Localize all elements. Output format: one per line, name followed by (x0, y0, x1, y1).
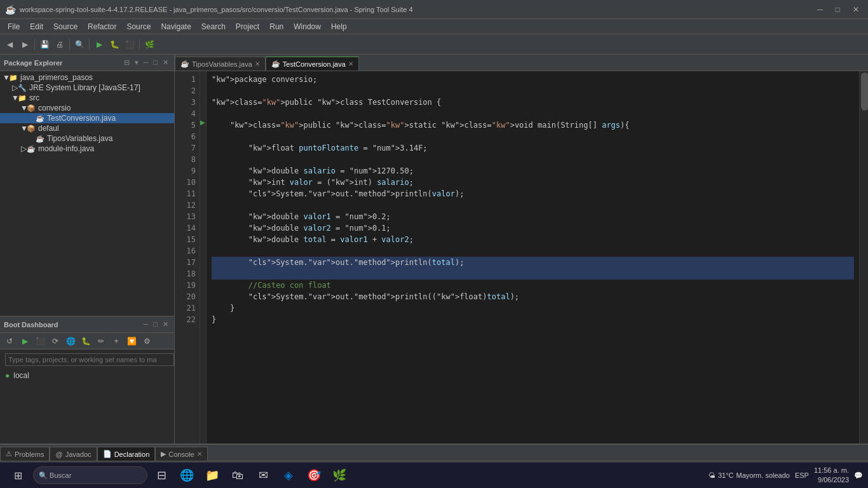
taskbar-task-view[interactable]: ⊟ (150, 464, 173, 487)
menu-item-project[interactable]: Project (231, 21, 264, 32)
boot-debug[interactable]: 🐛 (79, 334, 93, 348)
menu-item-help[interactable]: Help (326, 21, 352, 32)
menu-item-refactor[interactable]: Refactor (83, 21, 121, 32)
toolbar-sep-2 (69, 39, 70, 50)
pkg-close-btn[interactable]: ✕ (161, 58, 170, 67)
taskbar-vscode[interactable]: ◈ (277, 464, 300, 487)
tree-item-tiposvariables-java[interactable]: ☕TiposVariables.java (0, 133, 174, 144)
bottom-tab-problems[interactable]: ⚠Problems (0, 447, 50, 461)
code-marker-7 (200, 140, 206, 151)
tree-item-module-info-java[interactable]: ▷☕module-info.java (0, 144, 174, 154)
tree-item-jre-system-library--javase-17-[interactable]: ▷🔧JRE System Library [JavaSE-17] (0, 83, 174, 93)
toolbar-search[interactable]: 🔍 (72, 37, 86, 51)
boot-open[interactable]: 🌐 (64, 334, 78, 348)
code-content[interactable]: "kw">package conversio; "kw">class="kw">… (207, 71, 859, 444)
tree-item-label: src (29, 93, 39, 102)
boot-settings[interactable]: ⚙ (140, 334, 154, 348)
taskbar-explorer[interactable]: 📁 (201, 464, 224, 487)
bottom-tab-declaration[interactable]: 📄Declaration (97, 447, 156, 461)
boot-start[interactable]: ▶ (18, 334, 32, 348)
boot-search-container (0, 349, 174, 370)
boot-add[interactable]: + (109, 334, 123, 348)
menu-item-edit[interactable]: Edit (25, 21, 48, 32)
bottom-tab-console[interactable]: ▶Console✕ (155, 447, 207, 461)
toolbar-forward[interactable]: ▶ (18, 37, 32, 51)
menu-item-window[interactable]: Window (288, 21, 326, 32)
server-name: local (13, 371, 29, 380)
boot-stop[interactable]: ⬛ (33, 334, 47, 348)
code-line-9: "kw">double salario = "num">1270.50; (212, 165, 854, 177)
editor-tab-tiposvariables-java[interactable]: ☕TiposVariables.java✕ (175, 57, 266, 71)
tree-item-testconversion-java[interactable]: ☕TestConversion.java (0, 113, 174, 123)
tree-item-conversio[interactable]: ▼📦conversio (0, 103, 174, 113)
boot-close-btn[interactable]: ✕ (161, 320, 170, 329)
code-line-14: "kw">double valor2 = "num">0.1; (212, 222, 854, 234)
menu-item-run[interactable]: Run (264, 21, 288, 32)
package-explorer-header: Package Explorer ⊟ ▾ ─ □ ✕ (0, 55, 174, 71)
line-number-5: 5 (175, 119, 196, 131)
toolbar-stop[interactable]: ⬛ (123, 37, 137, 51)
bottom-tab-javadoc[interactable]: @Javadoc (50, 447, 97, 461)
boot-restart[interactable]: ⟳ (48, 334, 62, 348)
tree-item-label: java_primeros_pasos (20, 73, 93, 82)
pkg-min-btn[interactable]: ─ (142, 58, 151, 67)
lang-indicator[interactable]: ESP (795, 471, 809, 479)
tab-close-btn[interactable]: ✕ (348, 60, 353, 67)
taskbar-app6[interactable]: 🎯 (302, 464, 325, 487)
toolbar-debug[interactable]: 🐛 (107, 37, 121, 51)
tab-close-btn[interactable]: ✕ (255, 60, 260, 67)
package-explorer: Package Explorer ⊟ ▾ ─ □ ✕ ▼📁java_primer… (0, 55, 174, 316)
editor-tab-testconversion-java[interactable]: ☕TestConversion.java✕ (266, 57, 359, 71)
boot-server-local[interactable]: ● local (0, 370, 174, 381)
menu-item-source[interactable]: Source (121, 21, 156, 32)
menu-item-file[interactable]: File (3, 21, 25, 32)
boot-refresh[interactable]: ↺ (3, 334, 17, 348)
toolbar-run[interactable]: ▶ (92, 37, 106, 51)
boot-search-input[interactable] (5, 353, 174, 366)
tree-arrow: ▼ (11, 93, 18, 102)
bottom-tab-label: Javadoc (65, 451, 92, 458)
taskbar-edge[interactable]: 🌐 (175, 464, 198, 487)
tree-item-icon: 📁 (18, 94, 27, 102)
maximize-button[interactable]: □ (832, 4, 844, 15)
pkg-collapse-btn[interactable]: ⊟ (122, 58, 132, 67)
boot-max-btn[interactable]: □ (151, 320, 159, 329)
menu-item-navigate[interactable]: Navigate (156, 21, 196, 32)
toolbar-save[interactable]: 💾 (37, 37, 51, 51)
code-marker-13 (200, 208, 206, 220)
line-number-12: 12 (175, 200, 196, 211)
scrollbar-thumb[interactable] (861, 72, 868, 111)
tree-item-label: defaul (38, 124, 59, 133)
pkg-menu-btn[interactable]: ▾ (133, 58, 140, 67)
taskbar-store[interactable]: 🛍 (226, 464, 249, 487)
tree-item-defaul[interactable]: ▼📦defaul (0, 123, 174, 133)
tree-item-icon: ☕ (36, 135, 44, 143)
pkg-max-btn[interactable]: □ (151, 58, 159, 67)
taskbar-search[interactable]: 🔍 Buscar (33, 466, 147, 484)
tree-arrow: ▼ (20, 104, 27, 112)
tree-item-icon: 📦 (27, 104, 36, 112)
notification-icon[interactable]: 💬 (854, 471, 863, 480)
code-marker-22 (200, 311, 206, 323)
tree-item-src[interactable]: ▼📁src (0, 93, 174, 103)
menu-item-search[interactable]: Search (196, 21, 231, 32)
minimize-button[interactable]: ─ (813, 4, 827, 15)
taskbar-mail[interactable]: ✉ (252, 464, 275, 487)
close-button[interactable]: ✕ (849, 4, 863, 15)
console-tab-close[interactable]: ✕ (197, 451, 202, 458)
taskbar-sts[interactable]: 🌿 (328, 464, 351, 487)
tree-item-java-primeros-pasos[interactable]: ▼📁java_primeros_pasos (0, 72, 174, 83)
toolbar-boot[interactable]: 🌿 (142, 37, 156, 51)
menu-item-source[interactable]: Source (48, 21, 83, 32)
boot-filter[interactable]: 🔽 (125, 334, 139, 348)
code-editor: 12345678910111213141516171819202122 ▶ "k… (175, 71, 868, 444)
editor-scrollbar[interactable] (859, 71, 868, 444)
toolbar-back[interactable]: ◀ (3, 37, 17, 51)
toolbar-print[interactable]: 🖨 (53, 37, 67, 51)
boot-edit[interactable]: ✏ (94, 334, 108, 348)
start-button[interactable]: ⊞ (5, 465, 31, 485)
tree-indent (3, 144, 20, 153)
tree-arrow: ▷ (20, 144, 27, 153)
boot-min-btn[interactable]: ─ (142, 320, 151, 329)
line-number-16: 16 (175, 245, 196, 257)
